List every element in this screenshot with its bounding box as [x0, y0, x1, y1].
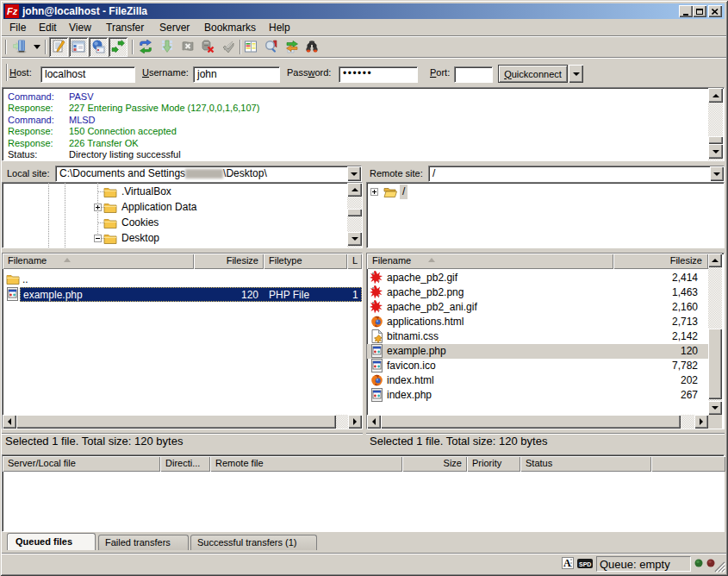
svg-text:SPD: SPD [579, 561, 591, 567]
svg-text:Fz: Fz [7, 6, 18, 16]
svg-text:A: A [563, 557, 571, 569]
